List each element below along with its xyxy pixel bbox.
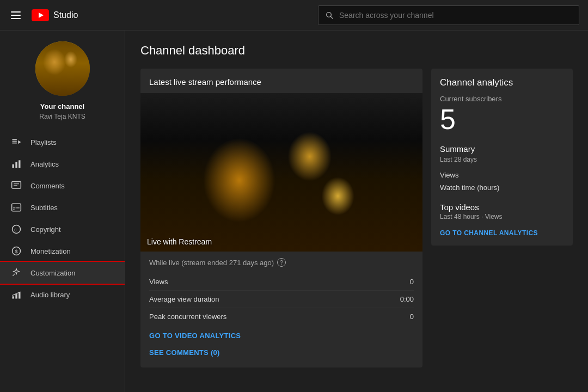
table-row: Views 0 [149,273,414,291]
channel-avatar [35,41,90,96]
sidebar-item-playlists[interactable]: Playlists [0,131,125,153]
channel-name: Ravi Teja KNTS [39,113,85,120]
go-to-video-analytics-link[interactable]: GO TO VIDEO ANALYTICS [140,325,422,342]
svg-line-22 [13,274,15,276]
stat-value-avg-duration: 0:00 [400,295,414,303]
summary-section: Summary Last 28 days Views Watch time (h… [440,144,564,194]
nav-list: Playlists Analytics [0,131,125,305]
search-bar[interactable] [318,5,579,25]
stat-value-peak: 0 [410,313,414,321]
audio-library-icon [11,289,22,300]
svg-rect-23 [13,296,14,298]
svg-line-3 [330,16,333,19]
playlists-label: Playlists [30,138,57,146]
stat-label-avg-duration: Average view duration [149,295,219,303]
go-to-channel-analytics-link[interactable]: GO TO CHANNEL ANALYTICS [440,229,564,237]
channel-label: Your channel [40,102,84,111]
copyright-label: Copyright [30,225,61,234]
content-area: Channel dashboard Latest live stream per… [125,30,588,392]
svg-rect-8 [13,164,14,168]
analytics-label: Analytics [30,160,59,168]
stream-card: Latest live stream performance Live with… [140,69,422,367]
monetization-label: Monetization [30,247,71,255]
svg-marker-7 [18,140,21,144]
analytics-icon [11,158,22,169]
menu-toggle[interactable] [9,9,23,21]
sidebar-item-analytics[interactable]: Analytics [0,153,125,175]
summary-item-views: Views [440,169,564,181]
stat-value-views: 0 [410,278,414,286]
stream-thumbnail: Live with Restream [140,93,422,252]
search-icon [325,11,334,20]
svg-text:$: $ [15,249,18,254]
subscribers-label: Current subscribers [440,95,564,103]
subtitles-label: Subtitles [30,204,58,212]
analytics-card-title: Channel analytics [440,77,564,88]
studio-label: Studio [53,10,78,20]
top-videos-subtitle: Last 48 hours · Views [440,213,564,220]
comments-label: Comments [30,182,65,190]
subtitles-icon [11,202,22,213]
customization-label: Customization [30,269,75,277]
sidebar-item-audio-library[interactable]: Audio library [0,284,125,305]
comments-icon [11,180,22,191]
avatar-image [35,41,90,96]
stats-table: Views 0 Average view duration 0:00 Peak … [140,273,422,325]
thumbnail-bg [140,93,422,252]
sidebar-item-customization[interactable]: Customization [0,262,125,284]
see-comments-link[interactable]: SEE COMMENTS (0) [140,342,422,359]
cards-row: Latest live stream performance Live with… [140,69,573,367]
top-videos-title: Top videos [440,203,564,212]
analytics-card: Channel analytics Current subscribers 5 … [431,69,573,246]
summary-subtitle: Last 28 days [440,156,564,163]
logo-area: Studio [32,9,78,21]
topbar: Studio [0,0,588,30]
sidebar-item-monetization[interactable]: $ Monetization [0,240,125,262]
stat-label-views: Views [149,278,168,286]
audio-library-label: Audio library [30,291,70,299]
youtube-logo-icon [32,9,49,21]
svg-rect-9 [15,162,17,168]
table-row: Average view duration 0:00 [149,291,414,308]
svg-text:c: c [14,227,16,232]
svg-rect-11 [12,182,21,189]
stat-label-peak: Peak concurrent viewers [149,313,226,321]
svg-rect-25 [19,292,20,299]
search-input[interactable] [339,11,572,20]
svg-rect-14 [12,204,21,211]
sidebar-item-comments[interactable]: Comments [0,175,125,197]
svg-rect-24 [15,294,17,298]
main-layout: Your channel Ravi Teja KNTS Playlists [0,30,588,392]
stream-card-title: Latest live stream performance [140,69,422,93]
sidebar-item-subtitles[interactable]: Subtitles [0,197,125,218]
summary-title: Summary [440,144,564,154]
copyright-icon: c [11,224,22,235]
customization-icon [11,267,22,278]
help-icon[interactable]: ? [277,258,286,267]
table-row: Peak concurrent viewers 0 [149,308,414,325]
playlists-icon [11,137,22,148]
sidebar-item-copyright[interactable]: c Copyright [0,218,125,240]
top-videos-section: Top videos Last 48 hours · Views [440,203,564,220]
summary-item-watch-time: Watch time (hours) [440,181,564,194]
stream-meta-text: While live (stream ended 271 days ago) [149,259,274,267]
page-title: Channel dashboard [140,44,573,58]
subscribers-count: 5 [440,105,564,133]
stream-meta: While live (stream ended 271 days ago) ? [140,252,422,269]
thumbnail-label: Live with Restream [147,237,212,246]
monetization-icon: $ [11,246,22,256]
sidebar: Your channel Ravi Teja KNTS Playlists [0,30,125,392]
svg-rect-10 [19,160,20,168]
